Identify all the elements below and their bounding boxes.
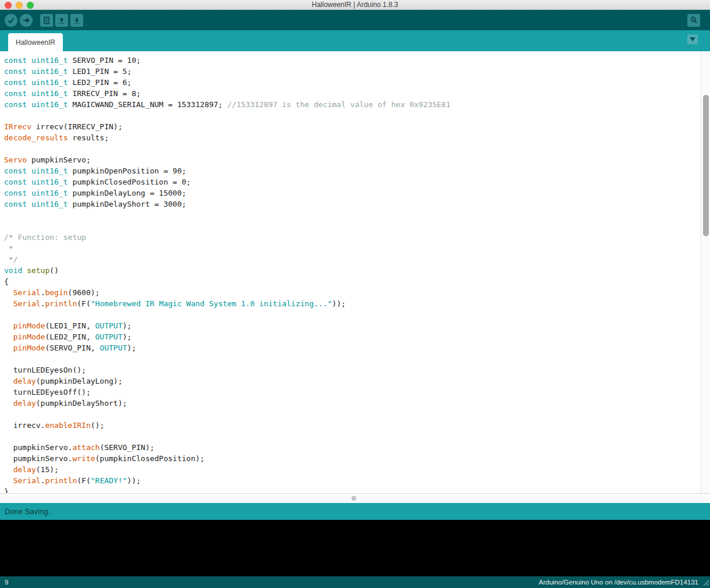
board-port-info: Arduino/Genuino Uno on /dev/cu.usbmodemF… bbox=[539, 579, 698, 586]
code-line: const uint16_t LED2_PIN = 6; bbox=[4, 77, 701, 88]
code-line: const uint16_t IRRECV_PIN = 8; bbox=[4, 88, 701, 99]
code-line: Servo pumpkinServo; bbox=[4, 154, 701, 165]
code-line: IRrecv irrecv(IRRECV_PIN); bbox=[4, 121, 701, 132]
code-line: decode_results results; bbox=[4, 132, 701, 143]
open-sketch-button[interactable] bbox=[55, 14, 68, 27]
code-line: const uint16_t pumpkinDelayLong = 15000; bbox=[4, 187, 701, 199]
code-line: const uint16_t MAGICWAND_SERIAL_NUM = 15… bbox=[4, 99, 701, 110]
line-number-indicator: 9 bbox=[5, 579, 8, 586]
code-line: delay(pumpkinDelayLong); bbox=[4, 376, 701, 387]
console-output[interactable] bbox=[0, 520, 710, 576]
code-line: const uint16_t pumpkinClosedPosition = 0… bbox=[4, 176, 701, 187]
tab-label: HalloweenIR bbox=[16, 38, 55, 47]
status-bar: Done Saving. bbox=[0, 503, 710, 520]
splitter-handle[interactable] bbox=[352, 496, 356, 501]
tab-halloweenir[interactable]: HalloweenIR bbox=[8, 33, 63, 51]
code-line bbox=[4, 409, 701, 420]
status-message: Done Saving. bbox=[5, 507, 50, 516]
document-icon bbox=[42, 16, 51, 24]
code-line: turnLEDEyesOn(); bbox=[4, 364, 701, 376]
code-line: pinMode(LED2_PIN, OUTPUT); bbox=[4, 331, 701, 342]
arrow-down-tray-icon bbox=[73, 16, 81, 24]
tab-bar: HalloweenIR bbox=[0, 30, 710, 51]
code-line: Serial.begin(9600); bbox=[4, 287, 701, 298]
arrow-right-icon bbox=[22, 16, 30, 24]
chevron-down-icon bbox=[690, 37, 695, 41]
titlebar: HalloweenIR | Arduino 1.8.3 bbox=[0, 0, 710, 10]
code-line bbox=[4, 309, 701, 320]
magnifier-icon bbox=[690, 16, 698, 24]
code-editor[interactable]: const uint16_t SERVO_PIN = 10;const uint… bbox=[0, 51, 710, 493]
code-line: const uint16_t pumpkinDelayShort = 3000; bbox=[4, 199, 701, 210]
code-line: { bbox=[4, 276, 701, 287]
code-line: pumpkinServo.attach(SERVO_PIN); bbox=[4, 442, 701, 453]
code-line: * bbox=[4, 243, 701, 254]
serial-monitor-button[interactable] bbox=[687, 14, 700, 27]
code-line bbox=[4, 353, 701, 364]
code-line: const uint16_t SERVO_PIN = 10; bbox=[4, 55, 701, 66]
code-line: } bbox=[4, 486, 701, 493]
arrow-up-tray-icon bbox=[58, 16, 66, 24]
code-line: Serial.println(F("Homebrewed IR Magic Wa… bbox=[4, 298, 701, 309]
code-line bbox=[4, 431, 701, 442]
window-title: HalloweenIR | Arduino 1.8.3 bbox=[0, 1, 710, 9]
verify-button[interactable] bbox=[5, 14, 17, 27]
code-line: Serial.println(F("READY!")); bbox=[4, 475, 701, 486]
code-line: pinMode(SERVO_PIN, OUTPUT); bbox=[4, 342, 701, 353]
code-line: void setup() bbox=[4, 265, 701, 276]
code-line: irrecv.enableIRIn(); bbox=[4, 420, 701, 431]
save-sketch-button[interactable] bbox=[70, 14, 83, 27]
code-lines[interactable]: const uint16_t SERVO_PIN = 10;const uint… bbox=[0, 51, 701, 493]
code-line: /* Function: setup bbox=[4, 232, 701, 243]
editor-console-splitter[interactable] bbox=[0, 493, 710, 503]
upload-button[interactable] bbox=[20, 14, 33, 27]
tab-menu-button[interactable] bbox=[687, 34, 698, 44]
new-sketch-button[interactable] bbox=[40, 14, 53, 27]
toolbar bbox=[0, 10, 710, 30]
code-line: const uint16_t pumpkinOpenPosition = 90; bbox=[4, 165, 701, 176]
code-line: turnLEDEyesOff(); bbox=[4, 387, 701, 398]
footer-bar: 9 Arduino/Genuino Uno on /dev/cu.usbmode… bbox=[0, 576, 710, 588]
vertical-scrollbar[interactable] bbox=[701, 51, 710, 493]
vertical-scrollbar-thumb[interactable] bbox=[703, 95, 709, 236]
resize-grip-icon[interactable] bbox=[701, 578, 709, 587]
code-line: pinMode(LED1_PIN, OUTPUT); bbox=[4, 320, 701, 331]
code-line bbox=[4, 143, 701, 154]
code-line bbox=[4, 110, 701, 121]
code-line: const uint16_t LED1_PIN = 5; bbox=[4, 66, 701, 77]
check-icon bbox=[7, 16, 15, 24]
code-line: delay(pumpkinDelayShort); bbox=[4, 398, 701, 409]
code-line bbox=[4, 210, 701, 221]
code-line bbox=[4, 221, 701, 232]
arduino-ide-window: HalloweenIR | Arduino 1.8.3 HalloweenIR bbox=[0, 0, 710, 588]
code-line: delay(15); bbox=[4, 464, 701, 475]
code-line: */ bbox=[4, 254, 701, 265]
code-line: pumpkinServo.write(pumpkinClosedPosition… bbox=[4, 453, 701, 464]
